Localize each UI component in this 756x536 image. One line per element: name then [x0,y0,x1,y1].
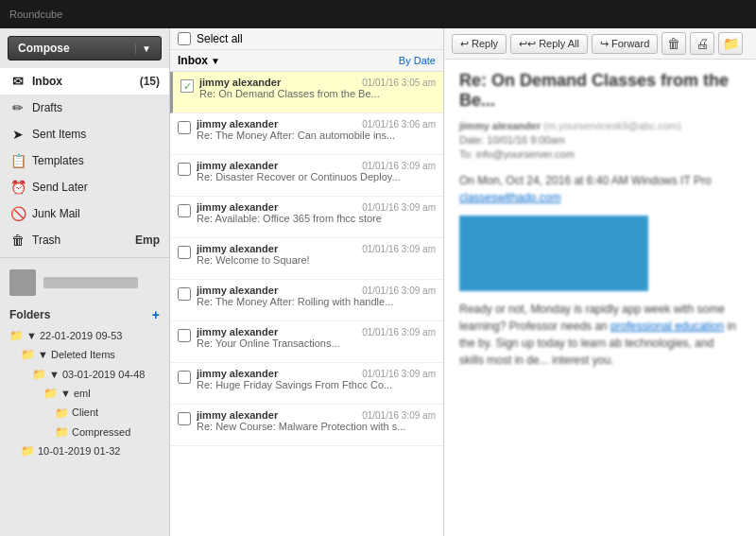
email-item[interactable]: jimmy alexander 01/01/16 3:09 am Re: Dis… [170,155,443,197]
sidebar-item-inbox[interactable]: ✉ Inbox (15) [0,68,169,95]
delete-button[interactable]: 🗑 [662,32,686,55]
email-checkbox[interactable] [178,163,191,176]
reply-icon: ↩ [460,38,469,50]
email-content: jimmy alexander 01/01/16 3:09 am Re: Ava… [197,201,436,224]
reply-all-button[interactable]: ↩↩ Reply All [510,34,588,54]
email-date-row: Date: 10/01/16 9:00am [459,134,741,146]
email-date: 01/01/16 3:09 am [362,410,436,421]
folder-icon: 📁 [9,326,24,345]
email-checkbox[interactable] [178,412,191,425]
print-button[interactable]: 🖨 [690,32,714,55]
nav-label-trash: Trash [32,233,60,247]
body-link1[interactable]: classeswithadp.com [459,191,560,204]
email-item[interactable]: jimmy alexander 01/01/16 3:06 am Re: The… [170,113,443,155]
email-meta: jimmy alexander 01/01/16 3:09 am [197,160,436,171]
email-item[interactable]: jimmy alexander 01/01/16 3:09 am Re: Wel… [170,238,443,280]
nav-icon-sendlater: ⏰ [9,179,26,196]
email-content: jimmy alexander 01/01/16 3:05 am Re: On … [199,77,436,99]
folder-item[interactable]: 📁▼ eml [9,384,160,403]
email-item[interactable]: jimmy alexander 01/01/16 3:09 am Re: New… [170,405,443,446]
folder-button[interactable]: 📁 [718,32,743,55]
add-folder-button[interactable]: + [152,307,160,322]
nav-icon-drafts: ✏ [9,99,26,116]
folder-item[interactable]: 📁Compressed [9,423,160,441]
select-all-checkbox[interactable] [178,32,191,45]
forward-icon: ↪ [600,38,609,50]
top-bar: Roundcube [0,0,756,28]
email-item[interactable]: jimmy alexander 01/01/16 3:09 am Re: Ava… [170,197,443,238]
folder-label: ▼ 03-01-2019 04-48 [49,366,145,384]
reply-all-label: Reply All [539,38,579,49]
email-checkbox[interactable] [178,121,191,134]
reading-content: Re: On Demand Classes from the Be... jim… [444,60,756,536]
email-content: jimmy alexander 01/01/16 3:09 am Re: Wel… [197,243,436,266]
email-item[interactable]: jimmy alexander 01/01/16 3:09 am Re: You… [170,321,443,363]
select-all-label: Select all [197,32,243,45]
folder-item[interactable]: 📁▼ 22-01-2019 09-53 [9,326,160,345]
nav-label-sent: Sent Items [32,128,86,141]
email-checkbox[interactable]: ✓ [180,79,194,93]
sidebar-item-templates[interactable]: 📋 Templates [0,147,169,174]
email-subject: Re: Available: Office 365 from fhcc stor… [197,213,436,224]
email-list-panel: Select all Inbox ▼ By Date ✓ jimmy alexa… [170,28,444,536]
email-meta: jimmy alexander 01/01/16 3:09 am [197,243,436,254]
from-email: (m.yourservicesk9@abc.com) [543,120,681,131]
folder-icon: 📁 [43,384,58,403]
email-content: jimmy alexander 01/01/16 3:09 am Re: Dis… [197,160,436,182]
compose-label: Compose [18,42,70,55]
email-item[interactable]: ✓ jimmy alexander 01/01/16 3:05 am Re: O… [170,72,443,113]
folder-item[interactable]: 📁▼ Deleted Items [9,345,160,364]
email-subject: Re: Your Online Transactions... [197,337,436,349]
main-layout: Compose ▼ ✉ Inbox (15) ✏ Drafts ➤ Sent I… [0,28,756,536]
folders-label: Folders [9,308,50,321]
email-checkbox[interactable] [178,204,191,217]
date-value: 10/01/16 9:00am [487,134,565,146]
folder-item[interactable]: 📁10-01-2019 01-32 [9,441,160,460]
email-list-header: Inbox ▼ By Date [170,50,443,72]
email-date: 01/01/16 3:05 am [362,78,436,88]
email-meta: jimmy alexander 01/01/16 3:06 am [197,118,436,130]
account-name [43,277,138,288]
folder-item[interactable]: 📁Client [9,404,160,423]
forward-button[interactable]: ↪ Forward [592,34,658,54]
email-checkbox[interactable] [178,246,191,259]
email-content: jimmy alexander 01/01/16 3:09 am Re: Hug… [197,368,436,390]
sidebar-item-sent[interactable]: ➤ Sent Items [0,121,169,147]
email-checkbox[interactable] [178,329,191,342]
compose-button[interactable]: Compose ▼ [8,36,162,61]
nav-items: ✉ Inbox (15) ✏ Drafts ➤ Sent Items 📋 Tem… [0,68,169,253]
sidebar-item-junk[interactable]: 🚫 Junk Mail [0,200,169,227]
folder-item[interactable]: 📁▼ 03-01-2019 04-48 [9,365,160,384]
email-list-toolbar: Select all [170,28,443,50]
sidebar-item-trash[interactable]: 🗑 Trash Emp [0,227,169,253]
folder-label: 10-01-2019 01-32 [38,442,120,460]
email-meta: jimmy alexander 01/01/16 3:09 am [197,326,436,337]
nav-label-templates: Templates [32,154,84,167]
reply-button[interactable]: ↩ Reply [452,34,507,54]
email-date: 01/01/16 3:09 am [362,285,436,296]
print-icon: 🖨 [696,36,709,51]
email-date: 01/01/16 3:06 am [362,119,436,130]
email-sender: jimmy alexander [197,285,278,296]
email-sender: jimmy alexander [199,77,281,88]
email-sender: jimmy alexander [197,160,278,171]
nav-label-sendlater: Send Later [32,181,88,194]
email-date: 01/01/16 3:09 am [362,202,436,213]
app-title: Roundcube [9,9,62,20]
email-checkbox[interactable] [178,287,191,301]
sidebar-item-sendlater[interactable]: ⏰ Send Later [0,174,169,200]
folders-section: Folders + 📁▼ 22-01-2019 09-53📁▼ Deleted … [0,302,169,467]
nav-icon-sent: ➤ [9,126,26,143]
sidebar: Compose ▼ ✉ Inbox (15) ✏ Drafts ➤ Sent I… [0,28,170,536]
nav-label-drafts: Drafts [32,101,62,114]
sort-by-date[interactable]: By Date [399,55,436,66]
email-item[interactable]: jimmy alexander 01/01/16 3:09 am Re: The… [170,280,443,321]
nav-count-trash: Emp [135,233,160,247]
email-subject: Re: Huge Friday Savings From Fthcc Co... [197,379,436,390]
email-item[interactable]: jimmy alexander 01/01/16 3:09 am Re: Hug… [170,363,443,405]
body-link2[interactable]: professional education [610,320,724,333]
sidebar-item-drafts[interactable]: ✏ Drafts [0,95,169,121]
email-checkbox[interactable] [178,371,191,384]
inbox-folder-label: Inbox ▼ [178,54,220,67]
folder-label: ▼ eml [60,385,91,403]
